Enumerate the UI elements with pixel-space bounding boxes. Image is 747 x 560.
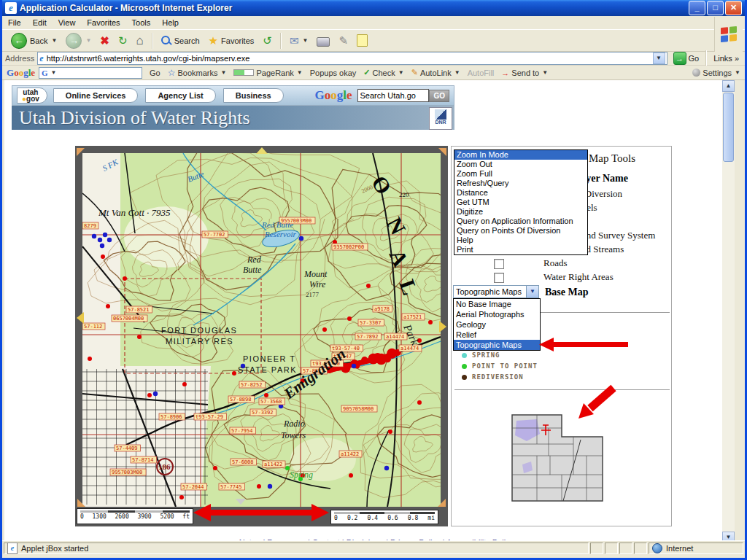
svg-text:a17521: a17521 — [403, 314, 422, 320]
links-chevron-icon[interactable]: » — [735, 54, 739, 63]
utah-gov-logo[interactable]: utah ●gov — [17, 88, 47, 104]
utah-search-go-button[interactable]: GO — [429, 90, 449, 102]
google-search-dropdown-icon[interactable]: ▼ — [51, 69, 57, 76]
settings-gear-icon — [692, 69, 700, 77]
layer-checkbox-water-right-areas[interactable] — [494, 273, 504, 283]
google-go-button[interactable]: Go — [150, 69, 160, 77]
address-input[interactable]: e http://utstnrwrt6.waterrights.utah.gov… — [37, 52, 667, 65]
google-search-input[interactable]: G ▼ — [39, 67, 142, 79]
edit-button[interactable]: ✎ — [334, 34, 352, 48]
menu-view[interactable]: View — [53, 17, 82, 28]
menu-favorites[interactable]: Favorites — [81, 17, 125, 28]
status-zone-pane: Internet — [649, 542, 743, 554]
close-button[interactable]: ✕ — [725, 1, 742, 15]
refresh-button[interactable]: ↻ — [114, 34, 132, 48]
base-map-option[interactable]: Aerial Photographs — [454, 309, 540, 319]
print-button[interactable] — [312, 34, 334, 48]
scrollbar-thumb[interactable] — [723, 93, 734, 162]
legend-item: SPRING — [462, 351, 500, 359]
pan-southwest-arrow[interactable] — [77, 499, 85, 507]
menu-file[interactable]: File — [2, 17, 27, 28]
svg-text:57-112: 57-112 — [84, 324, 102, 330]
menu-tools[interactable]: Tools — [126, 17, 157, 28]
base-map-option[interactable]: Topographic Maps — [454, 340, 540, 350]
base-map-option[interactable]: No Base Image — [454, 299, 540, 309]
google-toolbar: Google G ▼ Go ☆ Bookmarks▼ PageRank▼ Pop… — [2, 66, 745, 80]
svg-text:57-3307: 57-3307 — [360, 320, 382, 326]
tab-online-services[interactable]: Online Services — [53, 88, 139, 103]
windows-flag-icon — [721, 26, 737, 42]
tab-business[interactable]: Business — [223, 88, 284, 103]
standard-toolbar: ← Back ▼ → ▼ ✖ ↻ ⌂ Search ★ Favorites ↺ … — [2, 29, 745, 52]
search-button[interactable]: Search — [157, 34, 204, 47]
home-button[interactable]: ⌂ — [131, 34, 147, 48]
mode-option[interactable]: Query on Points Of Diversion — [454, 226, 587, 236]
svg-text:186: 186 — [158, 462, 171, 471]
mode-option[interactable]: Zoom In Mode — [454, 150, 587, 160]
sendto-button[interactable]: → Send to▼ — [501, 69, 548, 77]
pan-southeast-arrow[interactable] — [438, 499, 446, 507]
pan-west-arrow[interactable] — [77, 312, 84, 324]
toolbar-separator — [152, 33, 153, 49]
mode-option[interactable]: Print — [454, 245, 587, 254]
history-button[interactable]: ↺ — [258, 34, 276, 48]
svg-text:a14474: a14474 — [400, 346, 419, 351]
mode-option[interactable]: Get UTM — [454, 198, 587, 207]
minimize-button[interactable]: _ — [689, 1, 705, 15]
maximize-button[interactable]: □ — [707, 1, 724, 15]
utah-search-input[interactable] — [357, 89, 429, 102]
back-button[interactable]: ← Back ▼ — [7, 31, 61, 50]
browser-window: e Application Calculator - Microsoft Int… — [0, 0, 747, 560]
svg-text:Radio: Radio — [283, 419, 305, 429]
pan-northwest-arrow[interactable] — [77, 148, 85, 156]
address-dropdown-icon[interactable]: ▼ — [653, 52, 665, 64]
address-url[interactable]: http://utstnrwrt6.waterrights.utah.gov/c… — [47, 54, 250, 63]
svg-text:57-3392: 57-3392 — [252, 410, 274, 416]
favorites-button[interactable]: ★ Favorites — [204, 34, 259, 48]
topo-map[interactable]: 827957-77029557003M009357002P0057-852106… — [82, 153, 441, 507]
menu-edit[interactable]: Edit — [27, 17, 53, 28]
pan-east-arrow[interactable] — [439, 321, 446, 332]
utah-overview-map[interactable] — [505, 411, 607, 504]
mode-option[interactable]: Help — [454, 236, 587, 245]
base-map-option[interactable]: Relief — [454, 330, 540, 340]
autolink-button[interactable]: ✎ AutoLink▼ — [411, 68, 460, 77]
pan-north-arrow[interactable] — [256, 147, 268, 154]
vertical-scrollbar[interactable]: ▲ ▼ — [722, 80, 735, 543]
svg-text:t93-57-29: t93-57-29 — [196, 414, 223, 420]
google-bookmarks-button[interactable]: ☆ Bookmarks▼ — [168, 68, 227, 78]
mode-option[interactable]: Distance — [454, 188, 587, 198]
mode-option[interactable]: Digitize — [454, 207, 587, 217]
scroll-up-arrow[interactable]: ▲ — [722, 80, 735, 92]
menu-help[interactable]: Help — [156, 17, 185, 28]
mail-button[interactable]: ✉▼ — [285, 34, 313, 48]
mode-option[interactable]: Refresh/Query — [454, 179, 587, 188]
google-g-icon: G — [39, 69, 50, 77]
pan-northeast-arrow[interactable] — [438, 148, 446, 156]
mode-option[interactable]: Query on Application Information — [454, 217, 587, 226]
tab-agency-list[interactable]: Agency List — [145, 88, 215, 103]
mail-dropdown-icon[interactable]: ▼ — [302, 37, 308, 44]
legend-item: POINT TO POINT — [462, 362, 538, 370]
mode-option[interactable]: Zoom Out — [454, 160, 587, 169]
links-button[interactable]: Links » — [711, 54, 742, 63]
layer-checkbox-roads[interactable] — [494, 259, 504, 269]
mode-option[interactable]: Zoom Full — [454, 169, 587, 179]
stop-button[interactable]: ✖ — [96, 34, 114, 48]
pagerank-bar-icon — [233, 69, 254, 76]
spellcheck-button[interactable]: ✓ Check▼ — [363, 68, 403, 77]
google-settings-button[interactable]: Settings▼ — [692, 69, 740, 77]
popup-blocker-button[interactable]: Popups okay — [310, 69, 357, 77]
back-dropdown-icon[interactable]: ▼ — [51, 37, 57, 44]
go-button[interactable]: → Go — [670, 52, 703, 65]
map-tools-panel: Map Tools Layer Name Points of Diversion… — [451, 146, 672, 526]
base-map-select[interactable]: Topographic Maps ▼ — [453, 285, 539, 298]
status-pane — [605, 542, 618, 554]
pagerank-indicator[interactable]: PageRank▼ — [233, 69, 302, 77]
select-dropdown-icon[interactable]: ▼ — [526, 286, 538, 298]
status-bar: e Applet jBox started Internet — [2, 540, 745, 556]
base-map-option[interactable]: Geology — [454, 319, 540, 330]
forward-button[interactable]: → ▼ — [61, 31, 96, 50]
notes-button[interactable] — [352, 33, 372, 48]
home-icon: ⌂ — [136, 35, 143, 47]
